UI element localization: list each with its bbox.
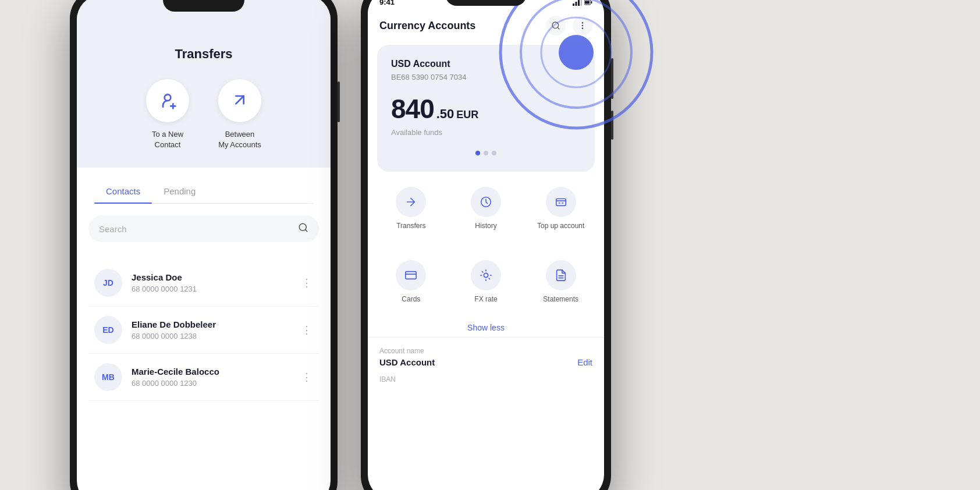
cards-action-icon-circle xyxy=(396,260,426,290)
tab-contacts[interactable]: Contacts xyxy=(94,179,152,203)
svg-line-5 xyxy=(305,230,307,232)
account-name-row: USD Account Edit xyxy=(379,357,592,367)
more-header-icon xyxy=(578,21,587,30)
search-placeholder-text: Search xyxy=(99,224,292,234)
contact-name-marie: Marie-Cecile Balocco xyxy=(132,367,292,377)
tabs-section: Contacts Pending xyxy=(77,168,331,204)
notch xyxy=(163,0,244,12)
topup-action-icon xyxy=(555,196,567,208)
transfers-header: Transfers To a NewContact xyxy=(77,0,331,168)
action-fx-rate[interactable]: FX rate xyxy=(449,254,524,309)
svg-point-22 xyxy=(484,273,488,277)
tabs-row: Contacts Pending xyxy=(94,179,313,204)
balance-cents: .50 xyxy=(436,106,455,122)
dot-1 xyxy=(475,151,480,155)
contact-name-jessica: Jessica Doe xyxy=(132,272,292,282)
battery-icon xyxy=(584,0,592,6)
cards-action-label: Cards xyxy=(402,295,420,303)
transfer-options-row: To a NewContact BetweenMy Accounts xyxy=(94,79,313,150)
topup-action-label: Top up account xyxy=(537,222,584,230)
tab-pending[interactable]: Pending xyxy=(152,179,207,203)
account-name-label: Account name xyxy=(379,347,592,355)
header-actions xyxy=(546,16,592,35)
contact-menu-dots[interactable]: ⋮ xyxy=(301,325,313,335)
balance-row: 840 .50 EUR xyxy=(391,93,581,125)
phone1: Transfers To a NewContact xyxy=(70,0,338,490)
more-header-button[interactable] xyxy=(573,16,592,35)
carousel-dots xyxy=(391,146,581,160)
status-icons xyxy=(573,0,592,6)
between-accounts-option[interactable]: BetweenMy Accounts xyxy=(218,79,261,150)
contact-info-jd: Jessica Doe 68 0000 0000 1231 xyxy=(132,272,292,293)
svg-rect-11 xyxy=(585,1,590,3)
action-history[interactable]: History xyxy=(449,181,524,236)
statements-action-icon-circle xyxy=(546,260,576,290)
transfers-title: Transfers xyxy=(94,47,313,62)
contact-menu-dots[interactable]: ⋮ xyxy=(301,372,313,382)
search-header-button[interactable] xyxy=(546,16,566,35)
search-header-icon xyxy=(551,21,560,30)
transfers-action-icon xyxy=(404,196,417,208)
svg-point-0 xyxy=(165,94,171,101)
svg-rect-19 xyxy=(556,199,566,206)
svg-rect-8 xyxy=(578,0,580,6)
history-action-icon-circle xyxy=(471,187,501,217)
contact-menu-dots[interactable]: ⋮ xyxy=(301,278,313,288)
show-less-button[interactable]: Show less xyxy=(368,318,604,337)
search-section: Search xyxy=(77,204,331,254)
svg-line-3 xyxy=(236,96,243,104)
account-details-section: Account name USD Account Edit IBAN xyxy=(368,337,604,393)
edit-button[interactable]: Edit xyxy=(577,357,592,367)
svg-point-16 xyxy=(582,25,583,26)
search-box[interactable]: Search xyxy=(88,215,319,242)
contact-item[interactable]: MB Marie-Cecile Balocco 68 0000 0000 123… xyxy=(88,354,319,401)
svg-rect-6 xyxy=(573,3,574,6)
dot-3 xyxy=(492,151,496,155)
notch2 xyxy=(445,0,527,6)
status-time: 9:41 xyxy=(379,0,395,6)
history-action-label: History xyxy=(475,222,496,230)
svg-point-15 xyxy=(582,23,583,23)
fxrate-action-label: FX rate xyxy=(474,295,497,303)
fxrate-action-icon xyxy=(480,269,492,282)
contact-item[interactable]: ED Eliane De Dobbeleer 68 0000 0000 1238… xyxy=(88,307,319,354)
iban-section-label: IBAN xyxy=(379,375,592,384)
action-statements[interactable]: Statements xyxy=(523,254,598,309)
contact-account-eliane: 68 0000 0000 1238 xyxy=(132,332,292,340)
action-transfers[interactable]: Transfers xyxy=(374,181,449,236)
svg-rect-20 xyxy=(406,272,416,279)
available-funds-label: Available funds xyxy=(391,128,581,137)
history-action-icon xyxy=(480,196,492,208)
statements-action-label: Statements xyxy=(543,295,578,303)
transfers-action-label: Transfers xyxy=(396,222,425,230)
between-accounts-icon-circle xyxy=(218,79,261,122)
svg-point-17 xyxy=(582,28,583,29)
account-iban: BE68 5390 0754 7034 xyxy=(391,73,581,81)
p2-header: Currency Accounts xyxy=(368,11,604,45)
to-new-contact-label: To a NewContact xyxy=(152,129,183,150)
actions-grid-row1: Transfers History xyxy=(368,172,604,245)
contact-name-eliane: Eliane De Dobbeleer xyxy=(132,319,292,329)
contact-item[interactable]: JD Jessica Doe 68 0000 0000 1231 ⋮ xyxy=(88,260,319,307)
phone2-screen: 9:41 Currency Accounts xyxy=(368,0,604,490)
cards-action-icon xyxy=(404,269,417,282)
currency-accounts-title: Currency Accounts xyxy=(379,20,475,32)
fxrate-action-icon-circle xyxy=(471,260,501,290)
svg-rect-12 xyxy=(591,1,592,3)
avatar-ed: ED xyxy=(94,316,122,344)
balance-amount: 840 xyxy=(391,93,434,125)
contacts-list: JD Jessica Doe 68 0000 0000 1231 ⋮ ED El… xyxy=(77,254,331,407)
add-contact-icon xyxy=(158,91,177,110)
avatar-jd: JD xyxy=(94,269,122,297)
contact-account-jessica: 68 0000 0000 1231 xyxy=(132,285,292,293)
to-new-contact-option[interactable]: To a NewContact xyxy=(146,79,189,150)
add-contact-icon-circle xyxy=(146,79,189,122)
phone1-screen: Transfers To a NewContact xyxy=(77,0,331,490)
action-cards[interactable]: Cards xyxy=(374,254,449,309)
topup-action-icon-circle xyxy=(546,187,576,217)
signal-icon xyxy=(573,0,582,6)
transfers-action-icon-circle xyxy=(396,187,426,217)
svg-line-14 xyxy=(558,27,559,29)
action-top-up[interactable]: Top up account xyxy=(523,181,598,236)
account-card: USD Account BE68 5390 0754 7034 840 .50 … xyxy=(377,45,595,172)
